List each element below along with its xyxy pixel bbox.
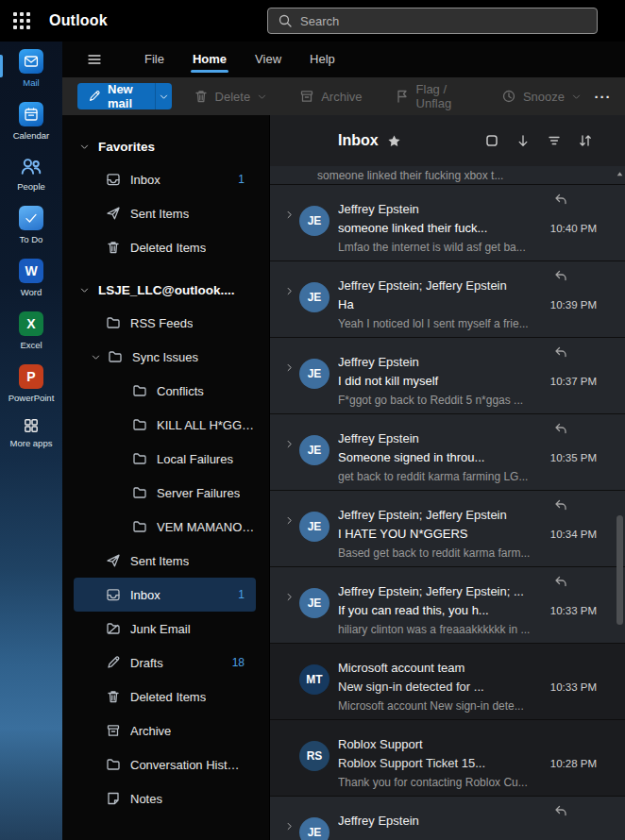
- chevron-down-icon: [79, 285, 90, 295]
- unread-count: 1: [238, 173, 245, 186]
- folder-icon: [132, 383, 147, 398]
- todo-icon: [19, 206, 43, 230]
- folder-inbox-selected[interactable]: Inbox 1: [74, 578, 256, 612]
- expand-chevron-icon[interactable]: [284, 286, 295, 296]
- folder-local-failures[interactable]: Local Failures: [74, 442, 256, 476]
- tab-file[interactable]: File: [130, 42, 178, 77]
- scrollbar[interactable]: [616, 168, 624, 838]
- message-preview: F*ggot go back to Reddit 5 n*ggas ...: [338, 391, 597, 410]
- sort-direction-icon[interactable]: [515, 133, 531, 148]
- new-mail-dropdown-button[interactable]: [155, 83, 171, 109]
- folder-junk-email[interactable]: Junk Email: [74, 612, 256, 646]
- tab-home[interactable]: Home: [178, 42, 241, 77]
- message-subject: I HATE YOU N*GGERS: [338, 525, 541, 544]
- rail-item-calendar[interactable]: Calendar: [0, 94, 62, 147]
- rail-item-more-apps[interactable]: More apps: [0, 410, 62, 455]
- avatar: JE: [299, 282, 329, 312]
- delete-label: Delete: [215, 90, 251, 104]
- message-preview: Lmfao the internet is wild asf get ba...: [338, 238, 597, 257]
- message-row[interactable]: RS Roblox Support Roblox Support Ticket …: [270, 720, 625, 797]
- message-row[interactable]: JE Jeffrey Epstein; Jeffery Epstein I HA…: [270, 491, 625, 567]
- archive-label: Archive: [321, 90, 362, 104]
- new-mail-button[interactable]: New mail: [77, 83, 155, 109]
- folder-notes[interactable]: Notes: [74, 781, 256, 815]
- rail-item-excel[interactable]: X Excel: [0, 304, 62, 357]
- favorites-header[interactable]: Favorites: [62, 130, 269, 162]
- expand-chevron-icon[interactable]: [284, 210, 295, 220]
- app-launcher-button[interactable]: [0, 0, 43, 42]
- flag-unflag-button[interactable]: Flag / Unflag: [384, 83, 480, 109]
- message-time: 10:33 PM: [550, 601, 597, 620]
- message-subject: If you can read this, you h...: [338, 601, 541, 620]
- scroll-up-arrow[interactable]: [616, 168, 624, 179]
- folder-deleted-items[interactable]: Deleted Items: [74, 680, 256, 714]
- folder-icon: [132, 485, 147, 500]
- scroll-thumb[interactable]: [617, 515, 623, 625]
- message-time: 10:28 PM: [550, 754, 597, 773]
- folder-icon: [106, 757, 121, 772]
- folder-conversation-history[interactable]: Conversation Histo...: [74, 748, 256, 781]
- avatar: RS: [299, 741, 329, 771]
- archive-button[interactable]: Archive: [289, 83, 372, 109]
- folder-sent-items[interactable]: Sent Items: [74, 544, 256, 578]
- sort-icon[interactable]: [578, 133, 593, 148]
- favorite-inbox[interactable]: Inbox 1: [74, 162, 256, 196]
- message-row-partial-top[interactable]: someone linked their fucking xbox t...: [270, 166, 625, 185]
- tab-help[interactable]: Help: [296, 42, 349, 77]
- expand-chevron-icon[interactable]: [284, 362, 295, 373]
- message-row[interactable]: JE Jeffrey Epstein I did not kill myself…: [270, 338, 625, 414]
- account-header[interactable]: LSJE_LLC@outlook....: [62, 274, 269, 306]
- chevron-down-icon: [91, 352, 101, 362]
- folder-rss-feeds[interactable]: RSS Feeds: [74, 306, 256, 340]
- message-row-partial-bottom[interactable]: JE Jeffrey Epstein: [270, 797, 625, 840]
- rail-item-powerpoint[interactable]: P PowerPoint: [0, 357, 62, 410]
- snooze-button[interactable]: Snooze: [491, 83, 592, 109]
- folder-sync-issues[interactable]: Sync Issues: [74, 340, 256, 374]
- trash-icon: [106, 240, 121, 255]
- rail-item-mail[interactable]: Mail: [0, 42, 62, 94]
- search-input[interactable]: [300, 14, 587, 28]
- folder-icon: [132, 417, 147, 432]
- message-list-header: Inbox: [270, 115, 625, 166]
- triangle-up-icon: [616, 170, 624, 178]
- message-row[interactable]: MT Microsoft account team New sign-in de…: [270, 644, 625, 720]
- message-preview: Thank you for contacting Roblox Cu...: [338, 773, 597, 792]
- expand-chevron-icon[interactable]: [284, 439, 295, 449]
- search-box[interactable]: [267, 8, 598, 34]
- new-mail-split-button[interactable]: New mail: [77, 83, 172, 109]
- message-row[interactable]: JE Jeffrey Epstein Someone signed in thr…: [270, 414, 625, 491]
- archive-icon: [106, 723, 121, 738]
- favorite-star-icon[interactable]: [387, 134, 401, 148]
- hamburger-menu-button[interactable]: [83, 52, 106, 67]
- message-preview: get back to reddit karma farming LG...: [338, 467, 597, 486]
- favorite-sent-items[interactable]: Sent Items: [74, 196, 256, 230]
- rail-item-word[interactable]: W Word: [0, 251, 62, 304]
- junk-folder-icon: [106, 621, 121, 636]
- reply-arrow-icon: [553, 421, 568, 436]
- folder-vem-mamano[interactable]: VEM MAMANO E...: [74, 510, 256, 544]
- folder-archive[interactable]: Archive: [74, 714, 256, 748]
- favorite-deleted-items[interactable]: Deleted Items: [74, 230, 256, 264]
- rail-item-todo[interactable]: To Do: [0, 198, 62, 251]
- message-row[interactable]: JE Jeffrey Epstein someone linked their …: [270, 185, 625, 261]
- expand-chevron-icon[interactable]: [284, 821, 295, 832]
- folder-sync-child-2[interactable]: KILL ALL H*GGERS: [74, 408, 256, 442]
- delete-button[interactable]: Delete: [183, 83, 279, 109]
- rail-item-people[interactable]: People: [0, 147, 62, 198]
- app-title: Outlook: [49, 12, 108, 29]
- folder-server-failures[interactable]: Server Failures: [74, 476, 256, 510]
- message-row[interactable]: JE Jeffrey Epstein; Jeffery Epstein; ...…: [270, 567, 625, 644]
- select-messages-icon[interactable]: [484, 133, 499, 148]
- tab-view[interactable]: View: [241, 42, 296, 77]
- message-row[interactable]: JE Jeffrey Epstein; Jeffery Epstein Ha 1…: [270, 261, 625, 338]
- folder-conflicts[interactable]: Conflicts: [74, 374, 256, 408]
- expand-chevron-icon[interactable]: [284, 592, 295, 602]
- expand-chevron-icon[interactable]: [284, 515, 295, 526]
- folder-drafts[interactable]: Drafts 18: [74, 646, 256, 680]
- filter-icon[interactable]: [547, 133, 562, 148]
- message-subject: Someone signed in throu...: [338, 448, 541, 467]
- message-time: 10:39 PM: [550, 295, 597, 314]
- word-icon: W: [19, 259, 43, 283]
- more-options-button[interactable]: ···: [592, 83, 614, 109]
- message-subject: New sign-in detected for ...: [338, 678, 541, 697]
